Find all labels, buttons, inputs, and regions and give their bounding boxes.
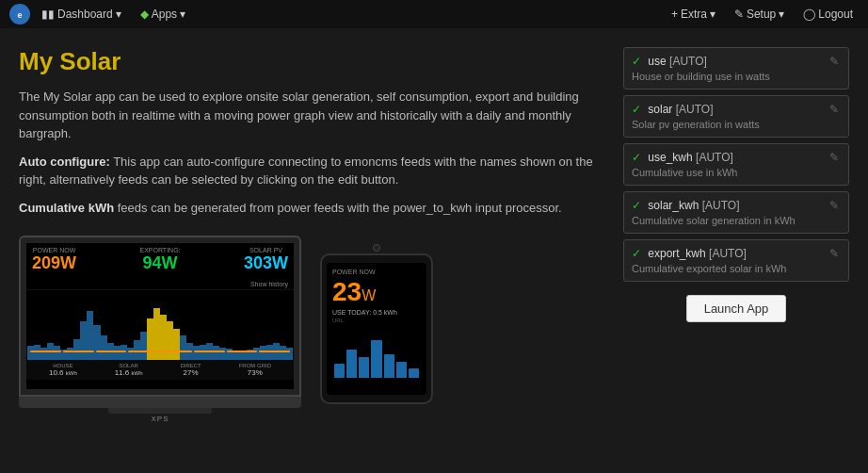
phone-use-today: USE TODAY: 0.5 kWh	[332, 309, 421, 316]
right-column: ✓ use [AUTO] House or building use in wa…	[623, 47, 849, 423]
phone-bar	[371, 340, 381, 378]
direct-stat: DIRECT 27%	[180, 363, 201, 377]
laptop-graph	[26, 289, 294, 360]
solar-stat: SOLAR 11.6 kWh	[115, 363, 143, 377]
feed-item-solar[interactable]: ✓ solar [AUTO] Solar pv generation in wa…	[623, 95, 849, 138]
app-logo: e	[9, 4, 30, 24]
launch-button-area: Launch App	[623, 295, 849, 322]
phone-screen: POWER NOW 23W USE TODAY: 0.5 kWh URL	[327, 263, 426, 395]
laptop-base	[19, 397, 301, 408]
phone-camera	[373, 244, 380, 252]
solar-pv-value: 303W	[244, 253, 288, 273]
check-icon-use-kwh: ✓	[632, 151, 641, 164]
dashboard-label: Dashboard	[57, 8, 113, 21]
main-content: My Solar The My Solar app can be used to…	[0, 28, 868, 442]
dashboard-nav[interactable]: ▮▮ Dashboard ▾	[34, 0, 129, 28]
feed-name-solar-kwh: solar_kwh	[648, 199, 699, 212]
left-column: My Solar The My Solar app can be used to…	[19, 47, 604, 423]
edit-icon-solar-kwh[interactable]: ✎	[828, 199, 841, 212]
screen-footer: HOUSE 10.6 kWh SOLAR 11.6 kWh DIRECT 27%	[26, 360, 294, 380]
cumulative-kwh-label: Cumulative kWh	[19, 201, 114, 215]
feed-content-use: ✓ use [AUTO] House or building use in wa…	[632, 55, 822, 82]
feed-item-solar-kwh[interactable]: ✓ solar_kwh [AUTO] Cumulative solar gene…	[623, 191, 849, 234]
feed-title-solar: ✓ solar [AUTO]	[632, 103, 822, 116]
check-icon-solar-kwh: ✓	[632, 199, 641, 212]
feed-desc-solar-kwh: Cumulative solar generation in kWh	[632, 215, 822, 226]
phone-power-value: 23W	[332, 277, 421, 307]
phone-mockup: POWER NOW 23W USE TODAY: 0.5 kWh URL	[320, 244, 433, 404]
launch-app-button[interactable]: Launch App	[686, 295, 787, 322]
solar-pv-label: SOLAR PV	[244, 247, 288, 253]
phone-bar	[409, 368, 419, 378]
feed-desc-use-kwh: Cumulative use in kWh	[632, 167, 822, 178]
navbar-right: + Extra ▾ ✎ Setup ▾ ◯ Logout	[666, 0, 859, 28]
phone-bar	[384, 354, 394, 378]
edit-icon-solar[interactable]: ✎	[828, 103, 841, 116]
dashboard-arrow-icon: ▾	[116, 8, 121, 21]
phone-bar	[334, 364, 345, 378]
apps-label: Apps	[152, 8, 177, 21]
apps-arrow-icon: ▾	[180, 8, 185, 21]
feed-desc-solar: Solar pv generation in watts	[632, 119, 822, 130]
edit-icon-export-kwh[interactable]: ✎	[828, 247, 841, 260]
extra-plus-icon: +	[671, 8, 678, 21]
laptop-stand	[108, 408, 212, 414]
feed-content-export-kwh: ✓ export_kwh [AUTO] Cumulative exported …	[632, 247, 822, 274]
check-icon-use: ✓	[632, 55, 641, 68]
feed-title-use-kwh: ✓ use_kwh [AUTO]	[632, 151, 822, 164]
navbar-left: e ▮▮ Dashboard ▾ ◆ Apps ▾	[9, 0, 193, 28]
edit-icon-use[interactable]: ✎	[828, 55, 841, 68]
feed-name-use: use	[648, 55, 666, 68]
phone-bar	[396, 362, 407, 379]
cumulative-kwh-body: feeds can be generated from power feeds …	[118, 201, 562, 215]
phone-outer: POWER NOW 23W USE TODAY: 0.5 kWh URL	[320, 253, 433, 404]
feed-title-solar-kwh: ✓ solar_kwh [AUTO]	[632, 199, 822, 212]
feed-name-use-kwh: use_kwh	[648, 151, 692, 164]
setup-nav[interactable]: ✎ Setup ▾	[729, 0, 790, 28]
logout-label: Logout	[818, 8, 853, 21]
phone-url: URL	[332, 318, 421, 323]
laptop-brand: XPS	[19, 415, 301, 423]
phone-power-label: POWER NOW	[332, 269, 421, 275]
feed-desc-use: House or building use in watts	[632, 71, 822, 82]
feed-content-use-kwh: ✓ use_kwh [AUTO] Cumulative use in kWh	[632, 151, 822, 178]
laptop-screen-outer: POWER NOW 209W EXPORTING: 94W SOLAR PV 3…	[19, 236, 301, 397]
device-screenshots: POWER NOW 209W EXPORTING: 94W SOLAR PV 3…	[19, 236, 604, 423]
apps-nav[interactable]: ◆ Apps ▾	[133, 0, 193, 28]
power-now-label: POWER NOW	[32, 247, 76, 253]
extra-label: Extra	[681, 8, 707, 21]
from-grid-stat: FROM GRID 73%	[239, 363, 271, 377]
extra-nav[interactable]: + Extra ▾	[666, 0, 721, 28]
solar-pv-stat: SOLAR PV 303W	[244, 247, 288, 273]
house-stat: HOUSE 10.6 kWh	[49, 363, 77, 377]
power-now-stat: POWER NOW 209W	[32, 247, 76, 273]
feed-tag-use: [AUTO]	[669, 55, 707, 68]
check-icon-export-kwh: ✓	[632, 247, 641, 260]
exporting-value: 94W	[139, 253, 180, 273]
feed-name-export-kwh: export_kwh	[648, 247, 705, 260]
feed-tag-use-kwh: [AUTO]	[696, 151, 733, 164]
description-2: Auto configure: This app can auto-config…	[19, 153, 604, 189]
phone-unit: W	[362, 287, 376, 303]
feed-item-use-kwh[interactable]: ✓ use_kwh [AUTO] Cumulative use in kWh ✎	[623, 143, 849, 186]
feed-item-use[interactable]: ✓ use [AUTO] House or building use in wa…	[623, 47, 849, 90]
phone-bar	[346, 350, 357, 378]
feed-tag-solar: [AUTO]	[676, 103, 714, 116]
setup-label: Setup	[747, 8, 776, 21]
feed-desc-export-kwh: Cumulative exported solar in kWh	[632, 263, 822, 274]
show-history-link[interactable]: Show history	[250, 281, 288, 287]
page-title: My Solar	[19, 47, 604, 76]
logout-power-icon: ◯	[803, 8, 815, 21]
exporting-label: EXPORTING:	[139, 247, 180, 253]
navbar: e ▮▮ Dashboard ▾ ◆ Apps ▾ + Extra ▾ ✎ Se…	[0, 0, 868, 28]
apps-leaf-icon: ◆	[140, 8, 149, 21]
svg-text:e: e	[17, 10, 22, 20]
feed-item-export-kwh[interactable]: ✓ export_kwh [AUTO] Cumulative exported …	[623, 239, 849, 282]
setup-arrow-icon: ▾	[779, 8, 784, 21]
feed-title-use: ✓ use [AUTO]	[632, 55, 822, 68]
edit-icon-use-kwh[interactable]: ✎	[828, 151, 841, 164]
screen-header: POWER NOW 209W EXPORTING: 94W SOLAR PV 3…	[26, 243, 294, 275]
description-1: The My Solar app can be used to explore …	[19, 88, 604, 143]
feed-title-export-kwh: ✓ export_kwh [AUTO]	[632, 247, 822, 260]
logout-nav[interactable]: ◯ Logout	[797, 0, 859, 28]
